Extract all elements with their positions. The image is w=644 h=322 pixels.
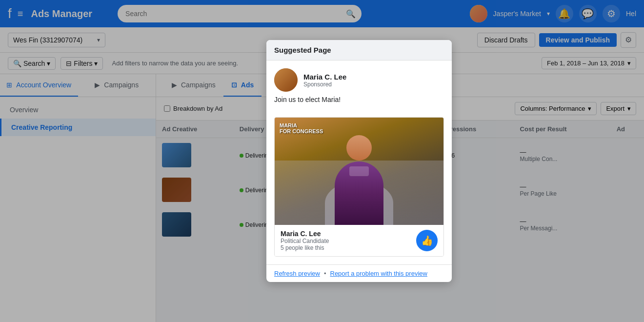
sp-avatar-image xyxy=(274,68,298,92)
like-button[interactable]: 👍 xyxy=(416,230,438,251)
ad-preview-card: MARIAFOR CONGRESS Maria C. Lee Political… xyxy=(274,117,444,257)
suggested-page-modal: Suggested Page Maria C. Lee Sponsored Jo… xyxy=(266,40,452,282)
sp-header: Maria C. Lee Sponsored xyxy=(274,68,444,92)
ad-preview-role: Political Candidate xyxy=(281,238,329,244)
modal-title: Suggested Page xyxy=(274,46,331,54)
like-icon: 👍 xyxy=(421,235,433,246)
ad-preview-info: Maria C. Lee Political Candidate 5 peopl… xyxy=(275,225,443,256)
footer-bullet: • xyxy=(324,270,326,277)
sp-sponsored-label: Sponsored xyxy=(303,81,346,88)
suggested-page-section: Maria C. Lee Sponsored Join us to elect … xyxy=(266,60,452,117)
sp-avatar xyxy=(274,68,298,92)
sp-tagline: Join us to elect Maria! xyxy=(274,96,444,103)
modal-body: Maria C. Lee Sponsored Join us to elect … xyxy=(266,60,452,257)
ad-preview-person-info: Maria C. Lee Political Candidate 5 peopl… xyxy=(281,230,329,251)
ad-preview-image: MARIAFOR CONGRESS xyxy=(275,118,443,225)
sp-info: Maria C. Lee Sponsored xyxy=(303,73,346,88)
ad-preview-name: Maria C. Lee xyxy=(281,230,329,238)
modal-header: Suggested Page xyxy=(266,40,452,60)
modal-footer: Refresh preview • Report a problem with … xyxy=(266,264,452,282)
sp-name: Maria C. Lee xyxy=(303,73,346,81)
report-problem-link[interactable]: Report a problem with this preview xyxy=(330,270,427,277)
ad-preview-count: 5 people like this xyxy=(281,244,329,251)
refresh-preview-link[interactable]: Refresh preview xyxy=(274,270,320,277)
